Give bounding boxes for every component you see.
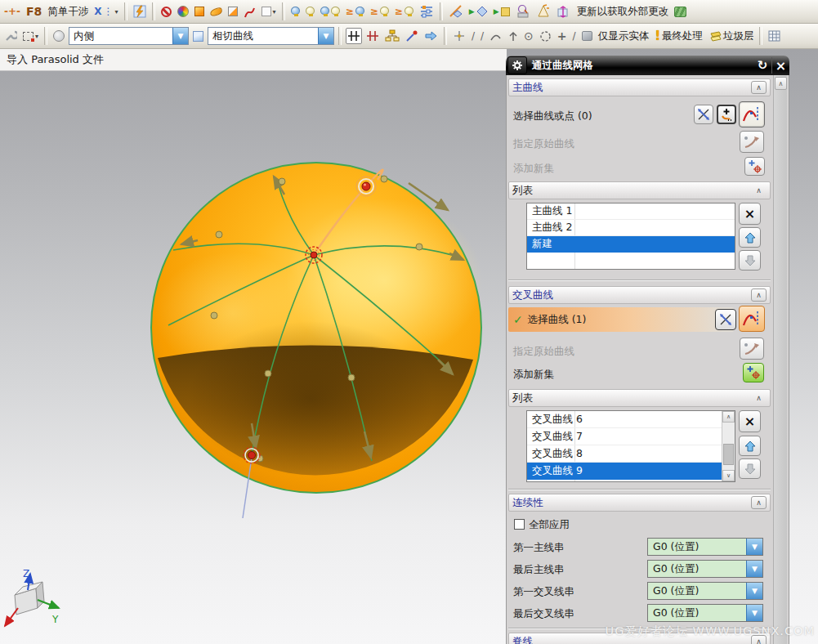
scroll-up-icon[interactable]: ∧ [722, 411, 735, 423]
sphere-body[interactable] [151, 163, 482, 493]
stop-at-intersection-button[interactable] [346, 28, 362, 44]
apply-highlight-1-button[interactable]: ≥ [344, 5, 366, 18]
dropdown-arrow-icon[interactable]: ▼ [746, 561, 762, 577]
clip-section-button[interactable] [191, 30, 205, 42]
highlight-on-button[interactable] [289, 7, 302, 16]
list-item[interactable]: 主曲线 2 [527, 220, 735, 236]
dialog-reset-button[interactable]: ↻ [753, 57, 771, 74]
origin-curve-button[interactable] [740, 338, 764, 360]
shaded-face-button[interactable] [226, 6, 239, 17]
select-curve-active-row[interactable]: ✓ 选择曲线 (1) [508, 307, 734, 332]
collapse-icon[interactable]: ∧ [751, 391, 767, 405]
cross-list-header[interactable]: 列表 ∧ [508, 389, 771, 407]
quadrant-point-button[interactable] [538, 29, 553, 43]
playback-cube-button[interactable]: ▶ [492, 7, 512, 17]
first-cross-dropdown[interactable]: G0 (位置) ▼ [647, 582, 763, 600]
move-down-button[interactable] [739, 458, 761, 479]
forward-button[interactable] [422, 29, 440, 42]
collapse-icon[interactable]: ∧ [751, 496, 767, 509]
remove-item-button[interactable]: × [739, 410, 761, 432]
show-solids-only-button[interactable]: 仅显示实体 [597, 29, 651, 44]
collapse-icon[interactable]: ∧ [751, 184, 767, 197]
dialog-menu-button[interactable] [507, 56, 527, 74]
solid-face-button[interactable] [580, 30, 594, 42]
collapse-icon[interactable]: ∧ [751, 81, 767, 94]
pole-point-button[interactable] [506, 29, 520, 42]
unlink-button[interactable]: X ⋮ ▾ [92, 5, 119, 18]
continuity-section-header[interactable]: 连续性 ∧ [508, 494, 771, 512]
orientation-triad[interactable]: Z Y [5, 568, 59, 626]
primary-curves-section-header[interactable]: 主曲线 ∧ [508, 78, 771, 96]
datum-plus-button[interactable]: -+- [2, 5, 22, 18]
no-selection-button[interactable] [159, 6, 173, 18]
snap-point-button[interactable] [404, 29, 420, 43]
line-endpoint-button[interactable]: / [470, 29, 476, 42]
solid-body-button[interactable] [193, 6, 206, 17]
apply-highlight-2-button[interactable]: ≥ [369, 5, 391, 18]
marquee-select-button[interactable]: ▾ [21, 31, 40, 42]
list-item-selected[interactable]: 新建 [527, 236, 735, 253]
highlight-off-button[interactable] [304, 7, 316, 16]
suppress-feature-button[interactable] [447, 3, 465, 20]
move-up-button[interactable] [739, 227, 761, 248]
follow-fillet-button[interactable] [383, 29, 401, 43]
wireframe-button[interactable]: ▾ [260, 6, 278, 17]
dropdown-arrow-icon[interactable]: ▼ [746, 605, 762, 621]
dropdown-arrow-icon[interactable]: ▼ [172, 28, 188, 44]
scroll-up-icon[interactable]: ∧ [775, 77, 787, 90]
export-body-button[interactable] [514, 3, 532, 20]
line-midpoint-button[interactable]: / [479, 29, 485, 42]
region-select-combobox[interactable]: 内侧 ▼ [69, 27, 189, 45]
list-item[interactable]: 主曲线 1 [527, 203, 735, 220]
highlight-pair-button[interactable] [319, 7, 342, 16]
simple-interference-button[interactable]: 简单干涉 [46, 4, 90, 20]
visual-effects-button[interactable] [132, 3, 148, 20]
curve-rule-button[interactable] [739, 101, 765, 127]
origin-curve-button[interactable] [740, 131, 764, 153]
apply-highlight-3-button[interactable]: ≥ [393, 5, 415, 18]
last-cross-dropdown[interactable]: G0 (位置) ▼ [647, 604, 763, 622]
object-display-button[interactable] [176, 5, 190, 18]
selected-point-top[interactable] [356, 177, 376, 196]
curve-rule-combobox[interactable]: 相切曲线 ▼ [208, 27, 334, 45]
point-on-curve-button[interactable]: / [571, 29, 578, 42]
dialog-close-button[interactable]: × [771, 57, 789, 74]
eraser-button[interactable] [51, 29, 66, 42]
layer-settings-button[interactable] [418, 3, 436, 20]
stop-at-corner-button[interactable] [364, 29, 381, 43]
tool-button[interactable] [2, 29, 19, 43]
scroll-thumb[interactable] [723, 444, 734, 465]
dynamic-point-button[interactable] [451, 29, 467, 43]
last-primary-dropdown[interactable]: G0 (位置) ▼ [647, 560, 763, 578]
scroll-down-icon[interactable]: ∨ [722, 470, 735, 481]
final-process-button[interactable]: !最终处理 [653, 28, 704, 44]
playback-diamond-button[interactable]: ▶ [467, 4, 489, 19]
remove-item-button[interactable]: × [739, 203, 761, 225]
curve-rule-button-active[interactable] [739, 306, 765, 332]
point-constructor-button[interactable] [717, 105, 736, 124]
dropdown-arrow-icon[interactable]: ▼ [318, 28, 333, 44]
primary-list-header[interactable]: 列表 ∧ [508, 181, 771, 199]
curve-display-button[interactable] [242, 4, 257, 20]
move-face-button[interactable] [555, 3, 573, 20]
update-external-button[interactable]: 更新以获取外部更改 [575, 4, 671, 20]
apply-all-checkbox[interactable] [514, 519, 525, 530]
add-new-set-button-active[interactable] [743, 363, 764, 382]
swap-direction-button[interactable] [715, 309, 736, 330]
list-item[interactable]: 交叉曲线 7 [527, 428, 722, 445]
arc-point-button[interactable] [488, 30, 503, 42]
map-button[interactable] [673, 6, 688, 18]
dialog-scrollbar[interactable]: ∧ [773, 75, 787, 644]
add-new-set-button[interactable] [744, 157, 765, 176]
dropdown-arrow-icon[interactable]: ▼ [746, 539, 762, 555]
intersection-point-button[interactable]: + [556, 29, 569, 43]
cross-curves-section-header[interactable]: 交叉曲线 ∧ [508, 286, 771, 304]
list-item-selected[interactable]: 交叉曲线 9 [527, 463, 722, 480]
list-scrollbar[interactable]: ∧ ∨ [722, 411, 735, 481]
first-primary-dropdown[interactable]: G0 (位置) ▼ [647, 538, 763, 556]
dropdown-arrow-icon[interactable]: ▼ [746, 583, 762, 599]
center-point-button[interactable]: ⊙ [522, 29, 535, 43]
swap-direction-button[interactable] [694, 105, 713, 124]
primary-curves-list[interactable]: 主曲线 1 主曲线 2 新建 [526, 203, 735, 270]
list-item[interactable]: 交叉曲线 6 [527, 411, 722, 428]
